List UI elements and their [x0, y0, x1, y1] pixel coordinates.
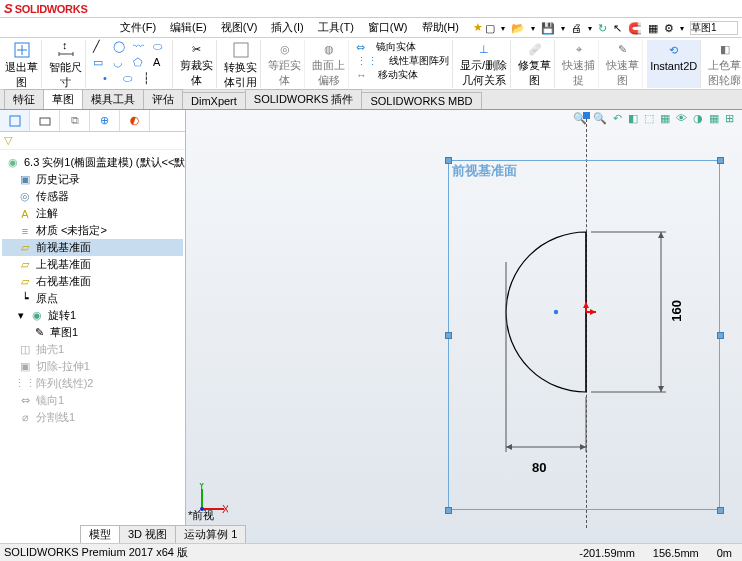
- filter-icon[interactable]: ▽: [4, 134, 12, 146]
- tree-lpattern[interactable]: ⋮⋮阵列(线性)2: [2, 375, 183, 392]
- tree-tab-config[interactable]: ⧉: [60, 110, 90, 131]
- tab-evaluate[interactable]: 评估: [143, 89, 183, 109]
- polygon-icon[interactable]: ⬠: [133, 56, 149, 72]
- circle-icon[interactable]: ◯: [113, 40, 129, 56]
- repair-sketch-button[interactable]: 🩹 修复草图: [515, 40, 555, 88]
- tree-tab-display[interactable]: ◐: [120, 110, 150, 131]
- arrow-icon[interactable]: ↖: [613, 22, 622, 35]
- tab-features[interactable]: 特征: [4, 89, 44, 109]
- tree-origin[interactable]: ┕原点: [2, 290, 183, 307]
- linear-pattern-button[interactable]: ⋮⋮ 线性草图阵列: [356, 54, 449, 68]
- save-icon[interactable]: 💾: [541, 22, 555, 35]
- magnet-icon[interactable]: 🧲: [628, 22, 642, 35]
- btab-3dview[interactable]: 3D 视图: [119, 525, 176, 543]
- quick-access-toolbar: ▢▾ 📂▾ 💾▾ 🖨▾ ↻ ↖ 🧲 ▦ ⚙▾: [485, 18, 738, 38]
- options-icon[interactable]: ▦: [648, 22, 658, 35]
- surface-offset-button[interactable]: ◍ 曲面上偏移: [309, 40, 349, 88]
- dimension-width[interactable]: 80: [532, 460, 546, 475]
- settings-icon[interactable]: ⚙: [664, 22, 674, 35]
- zoom-area-icon[interactable]: 🔍: [593, 112, 607, 125]
- prev-view-icon[interactable]: ↶: [613, 112, 622, 125]
- new-icon[interactable]: ▢: [485, 22, 495, 35]
- tree-material[interactable]: ≡材质 <未指定>: [2, 222, 183, 239]
- plane-handle[interactable]: [445, 157, 452, 164]
- text-icon[interactable]: A: [153, 56, 169, 72]
- hide-show-icon[interactable]: 👁: [676, 112, 687, 125]
- rebuild-icon[interactable]: ↻: [598, 22, 607, 35]
- menu-file[interactable]: 文件(F): [120, 20, 156, 35]
- display-style-icon[interactable]: ▦: [660, 112, 670, 125]
- tree-tab-feature[interactable]: [0, 110, 30, 131]
- star-icon[interactable]: ★: [473, 21, 483, 34]
- move-entities-button[interactable]: ↔ 移动实体: [356, 68, 418, 82]
- plane-handle[interactable]: [717, 507, 724, 514]
- open-icon[interactable]: 📂: [511, 22, 525, 35]
- print-icon[interactable]: 🖨: [571, 22, 582, 34]
- tab-moldtools[interactable]: 模具工具: [82, 89, 144, 109]
- spline-icon[interactable]: 〰: [133, 40, 149, 56]
- svg-text:↕: ↕: [62, 40, 68, 51]
- quick-snap-button[interactable]: ⌖ 快速捕捉: [559, 40, 599, 88]
- mirror-entities-button[interactable]: ⇔ 镜向实体: [356, 40, 416, 54]
- svg-marker-11: [506, 444, 512, 450]
- trim-button[interactable]: ✂ 剪裁实体: [177, 40, 217, 88]
- tree-tab-dimxpert[interactable]: ⊕: [90, 110, 120, 131]
- menu-window[interactable]: 窗口(W): [368, 20, 408, 35]
- tree-revolve1[interactable]: ▾◉旋转1: [2, 307, 183, 324]
- tab-sketch[interactable]: 草图: [43, 89, 83, 109]
- smart-dimension-button[interactable]: ↕ 智能尺寸: [46, 40, 86, 88]
- shaded-sketch-button[interactable]: ◧ 上色草图轮廓: [705, 40, 742, 88]
- tree-mirror1[interactable]: ⇔镜向1: [2, 392, 183, 409]
- ellipse-icon[interactable]: ⬭: [153, 40, 169, 56]
- tree-front-plane[interactable]: ▱前视基准面: [2, 239, 183, 256]
- dimension-height[interactable]: 160: [669, 300, 684, 322]
- tree-sensors[interactable]: ◎传感器: [2, 188, 183, 205]
- tab-swmbd[interactable]: SOLIDWORKS MBD: [361, 92, 481, 109]
- rect-icon[interactable]: ▭: [93, 56, 109, 72]
- tree-shell1[interactable]: ◫抽壳1: [2, 341, 183, 358]
- convert-entities-button[interactable]: 转换实体引用: [221, 40, 261, 88]
- section-icon[interactable]: ◧: [628, 112, 638, 125]
- tree-cutext1[interactable]: ▣切除-拉伸1: [2, 358, 183, 375]
- line-icon[interactable]: ╱: [93, 40, 109, 56]
- menu-edit[interactable]: 编辑(E): [170, 20, 207, 35]
- menu-tools[interactable]: 工具(T): [318, 20, 354, 35]
- tree-right-plane[interactable]: ▱右视基准面: [2, 273, 183, 290]
- offset-entities-button[interactable]: ◎ 等距实体: [265, 40, 305, 88]
- rapid-sketch-button[interactable]: ✎ 快速草图: [603, 40, 643, 88]
- display-relations-button[interactable]: ⊥ 显示/删除几何关系: [457, 40, 511, 88]
- tab-dimxpert[interactable]: DimXpert: [182, 92, 246, 109]
- search-input[interactable]: [690, 21, 738, 35]
- centerline-icon[interactable]: ┆: [143, 72, 159, 88]
- tab-swaddins[interactable]: SOLIDWORKS 插件: [245, 89, 363, 109]
- render-icon[interactable]: ⊞: [725, 112, 734, 125]
- exit-sketch-button[interactable]: 退出草图: [2, 40, 42, 88]
- btab-model[interactable]: 模型: [80, 525, 120, 543]
- scene-icon[interactable]: ▦: [709, 112, 719, 125]
- appearance-icon[interactable]: ◑: [693, 112, 703, 125]
- plane-handle[interactable]: [445, 332, 452, 339]
- command-manager-tabs: 特征 草图 模具工具 评估 DimXpert SOLIDWORKS 插件 SOL…: [0, 90, 742, 110]
- status-coord-z: 0m: [717, 547, 732, 559]
- point-icon[interactable]: •: [103, 72, 119, 88]
- view-orient-icon[interactable]: ⬚: [644, 112, 654, 125]
- menu-view[interactable]: 视图(V): [221, 20, 258, 35]
- graphics-viewport[interactable]: 🔍 🔍 ↶ ◧ ⬚ ▦ 👁 ◑ ▦ ⊞ 前视基准面: [186, 110, 742, 543]
- tree-split1[interactable]: ⌀分割线1: [2, 409, 183, 426]
- plane-handle[interactable]: [717, 332, 724, 339]
- view-name: *前视: [188, 508, 214, 523]
- tree-root[interactable]: ◉6.3 实例1(椭圆盖建模) (默认<<默认>_显: [2, 154, 183, 171]
- arc-icon[interactable]: ◡: [113, 56, 129, 72]
- tree-annot[interactable]: A注解: [2, 205, 183, 222]
- btab-motion1[interactable]: 运动算例 1: [175, 525, 246, 543]
- menu-help[interactable]: 帮助(H): [422, 20, 459, 35]
- tree-tab-property[interactable]: [30, 110, 60, 131]
- tree-history[interactable]: ▣历史记录: [2, 171, 183, 188]
- menu-insert[interactable]: 插入(I): [271, 20, 303, 35]
- instant2d-button[interactable]: ⟲ Instant2D: [647, 40, 701, 88]
- plane-handle[interactable]: [445, 507, 452, 514]
- plane-handle[interactable]: [717, 157, 724, 164]
- tree-top-plane[interactable]: ▱上视基准面: [2, 256, 183, 273]
- tree-sketch1[interactable]: ✎草图1: [2, 324, 183, 341]
- slot-icon[interactable]: ⬭: [123, 72, 139, 88]
